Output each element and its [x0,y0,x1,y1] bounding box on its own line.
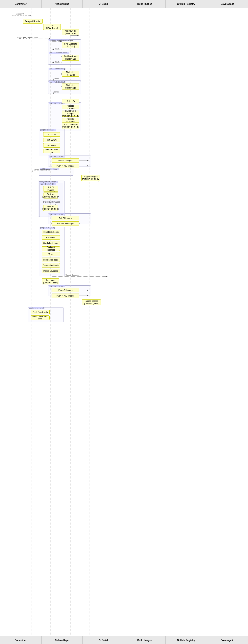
frame-par-push1-label: par [ 3.6, 3.7, 3.8 ] [49,156,65,158]
box-tagged-images-1: Tagged Images[GITHUB_RUN_ID] [81,175,100,181]
box-spell-check-docs: Spell check docs [42,241,60,245]
svg-text:Upload Coverage: Upload Coverage [65,274,79,276]
actor-airflow-footer: Airflow Repo [41,636,83,644]
actor-committer-footer: Committer [0,636,41,644]
box-find-failed-build: Find failed[Build Image] [62,84,79,90]
box-build-prod-images: Build PROD Images[GITHUB_RUN_ID] [62,110,79,116]
box-trigger-pr[interactable]: Trigger PR build [23,19,43,24]
diagram-body: Merge PR Trigger 'pull_request' event Tr… [0,8,248,636]
frame-par-no-ci-label: par [ No CI Image ] [40,129,56,131]
box-push-prod-images-1: Push PROD Images [52,164,79,168]
frame-opt-failed-ci-label: opt [ Failed builds ] [49,68,65,70]
box-tagged-images-2: Tagged Images[COMMIT_SHA] [82,299,101,305]
box-pull-ci-images-2: Pull CI Images [52,216,79,220]
box-openapi-client-gen: OpenAPI client gen [43,149,60,153]
frame-loop-wait-label: loop [ Wait for images ] [39,180,58,182]
box-kubernetes-tests: Kubernetes Tests [42,258,60,262]
actor-ci-header: CI Build [83,0,124,8]
box-pull-prod-images-2: Pull PROD Images [52,221,79,226]
box-build-ci-images: Build CI Images[GITHUB_RUN_ID] [62,123,79,129]
frame-opt-dup-ci-label: opt [ Duplicated builds ] [49,40,69,41]
actor-airflow-header: Airflow Repo [41,0,83,8]
actor-build-header: Build Images [124,0,166,8]
box-tag-image-commit: Tag image[COMMIT_SHA] [42,278,59,284]
frame-par-checks-label: par [ 3.6, 3.7, 3.8 ] [40,227,55,229]
box-backport-packages: Backport packages [42,246,60,251]
frame-par-push2-label: par [ 3.6, 3.7, 3.8 ] [49,286,65,288]
box-status-check-ci: Status Check for CI Build [31,316,50,320]
box-pull-ci-images-loop: Pull CIImages [43,186,58,192]
frame-par-final-label: par [ 3.6, 3.7, 3.8 ] [29,307,44,309]
box-workflow-run: workflow_run[Write Token] [62,29,79,35]
frame-opt-failed-build-label: opt [ Failed builds ] [49,81,65,83]
box-push-ci-images-2: Push CI Images [52,288,79,292]
box-wait-for-2: Wait for[GITHUB_RUN_ID] [43,205,58,211]
svg-text:Merge PR: Merge PR [16,13,24,15]
frame-opt-failed-step-label: opt [ If any step failed ] [40,168,59,170]
box-test-always: Test always! [43,138,60,142]
box-run-static-checks: Run static checks [42,230,60,234]
box-helm-tests: Helm tests [43,143,60,148]
box-find-dup-ci: Find Duplicate[CI Build] [62,42,79,48]
header-bar: Committer Airflow Repo CI Build Build Im… [0,0,248,8]
box-quarantined-tests: Quarantined tests [42,263,60,268]
actor-committer-header: Committer [0,0,41,8]
actor-github-header: GitHub Registry [165,0,207,8]
frame-opt-dup-build-label: opt [ Duplicated builds ] [49,52,69,54]
actor-github-footer: GitHub Registry [165,636,207,644]
frame-par-pull2-label: par [ 3.6, 3.7, 3.8 ] [49,214,65,216]
box-find-failed-ci: Find failed[CI Build] [62,70,79,76]
box-merge-coverage: Merge Coverage [42,269,60,273]
box-push-prod-images-2: Push PROD Images [52,294,79,298]
box-build-info-1: Build info [62,99,79,104]
box-wait-for-1: Wait for[GITHUB_RUN_ID] [43,192,58,198]
frame-opt-failed-step: opt [ If any step failed ] [39,168,73,176]
footer-bar: Committer Airflow Repo CI Build Build Im… [0,636,248,644]
actor-coverage-footer: Coverage.io [207,636,248,644]
box-find-dup-build: Find Duplicates[Build Image] [62,55,79,61]
actor-ci-footer: CI Build [83,636,124,644]
box-update-constraints-1: Update constraints [62,105,79,110]
actor-coverage-header: Coverage.io [207,0,248,8]
box-build-info-2: Build info [43,132,60,137]
box-tests: Tests [42,252,60,256]
box-update-constraints-2: Update constraints [62,118,79,122]
box-build-docs: Build docs [42,235,60,240]
actor-build-footer: Build Images [124,636,166,644]
box-push-ci-images-1: Push CI Images [52,158,79,163]
box-push-constraints: Push Constraints [31,310,50,314]
svg-text:Trigger 'pull_request' event: Trigger 'pull_request' event [17,36,38,38]
box-push-write-token: push[Write Token] [43,24,61,30]
frame-par-wait-inner-label: par [ 3.6, 3.7, 3.8 ] [40,183,56,185]
